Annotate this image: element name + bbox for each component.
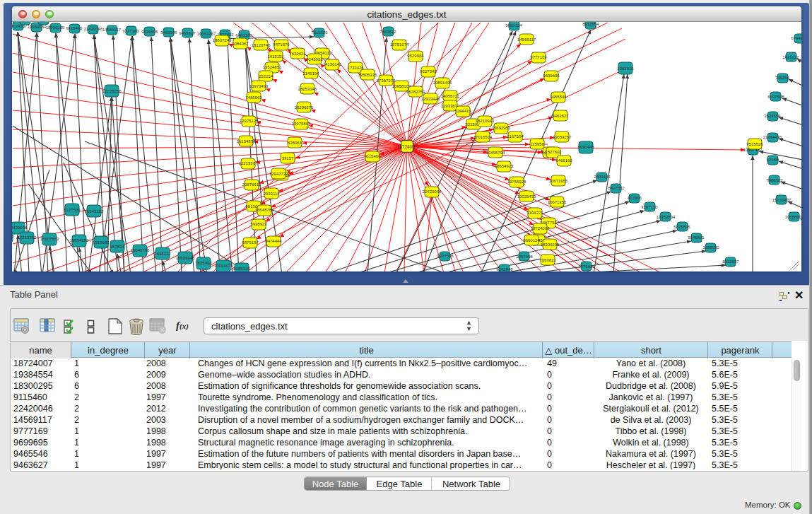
svg-text:9463627: 9463627	[179, 31, 196, 35]
svg-text:435061: 435061	[288, 141, 302, 145]
svg-text:1145194: 1145194	[303, 71, 320, 76]
svg-text:1527602: 1527602	[545, 150, 562, 154]
svg-text:1621022: 1621022	[782, 55, 799, 59]
svg-text:13524851: 13524851	[263, 65, 282, 69]
svg-text:9463627: 9463627	[552, 114, 569, 118]
svg-text:12942737: 12942737	[269, 172, 288, 176]
svg-text:7485063: 7485063	[245, 95, 262, 100]
svg-text:18300295: 18300295	[46, 25, 65, 30]
svg-text:7625402: 7625402	[195, 261, 212, 265]
svg-text:6466160: 6466160	[235, 33, 252, 37]
svg-text:3375685: 3375685	[578, 264, 595, 269]
svg-text:16648784: 16648784	[255, 208, 274, 212]
svg-text:9242848: 9242848	[496, 267, 513, 271]
svg-text:5938923: 5938923	[250, 222, 267, 226]
svg-text:18724007: 18724007	[397, 144, 418, 149]
svg-text:417006: 417006	[628, 196, 642, 200]
svg-text:13226058: 13226058	[102, 89, 122, 93]
svg-text:8186328: 8186328	[233, 267, 250, 271]
svg-text:16107553: 16107553	[40, 237, 59, 241]
svg-text:10973493: 10973493	[249, 84, 269, 88]
svg-text:6879197: 6879197	[242, 240, 259, 245]
svg-text:15751074: 15751074	[390, 42, 409, 47]
svg-text:7986322: 7986322	[766, 178, 783, 182]
svg-text:1588520: 1588520	[702, 245, 719, 250]
svg-text:17016504: 17016504	[473, 135, 493, 139]
svg-text:5875685: 5875685	[673, 225, 690, 229]
svg-text:22420046: 22420046	[84, 27, 103, 31]
svg-text:1167534: 1167534	[507, 134, 524, 139]
svg-text:16120746: 16120746	[252, 43, 271, 47]
svg-text:2803144: 2803144	[594, 175, 611, 179]
svg-text:19654952: 19654952	[70, 238, 89, 243]
svg-text:8990448: 8990448	[577, 145, 594, 149]
svg-text:19756928: 19756928	[507, 180, 526, 184]
svg-text:115958: 115958	[530, 142, 544, 146]
svg-text:9227343: 9227343	[420, 69, 437, 74]
svg-text:2933114: 2933114	[264, 192, 281, 196]
svg-text:957834: 957834	[110, 245, 125, 249]
svg-text:1615152: 1615152	[267, 54, 284, 59]
svg-text:12213362: 12213362	[18, 235, 37, 240]
svg-text:13353594: 13353594	[657, 215, 676, 219]
svg-text:14055721: 14055721	[441, 94, 460, 98]
svg-text:28053346: 28053346	[298, 87, 317, 91]
svg-text:10671955: 10671955	[549, 179, 568, 183]
svg-text:10958107: 10958107	[392, 84, 411, 88]
svg-text:14136141: 14136141	[323, 62, 342, 66]
svg-text:10688609: 10688609	[785, 215, 801, 219]
svg-text:20891406: 20891406	[433, 81, 452, 85]
svg-text:6497568: 6497568	[767, 95, 784, 99]
svg-text:17357273: 17357273	[377, 78, 396, 83]
svg-text:6794028: 6794028	[791, 36, 801, 40]
svg-text:12923446: 12923446	[421, 97, 440, 101]
svg-text:13495794: 13495794	[486, 151, 505, 155]
svg-text:14569117: 14569117	[102, 28, 122, 32]
svg-text:22420046: 22420046	[423, 189, 442, 194]
svg-text:23420046: 23420046	[12, 226, 28, 230]
svg-text:18724007: 18724007	[531, 226, 550, 230]
svg-text:19384554: 19384554	[28, 25, 47, 29]
svg-text:7515526: 7515526	[746, 142, 763, 146]
svg-text:12213367: 12213367	[239, 161, 258, 165]
svg-text:7632621: 7632621	[289, 52, 306, 56]
svg-text:16046798: 16046798	[131, 248, 150, 252]
svg-text:5127509: 5127509	[64, 208, 81, 212]
svg-text:9474444: 9474444	[265, 239, 282, 243]
svg-text:3267130: 3267130	[641, 205, 658, 209]
svg-text:12975125: 12975125	[240, 119, 259, 123]
svg-text:1104371: 1104371	[527, 211, 544, 215]
svg-text:2367608: 2367608	[516, 255, 533, 259]
svg-text:18807249: 18807249	[213, 38, 232, 42]
svg-text:16914479: 16914479	[214, 264, 233, 268]
svg-text:9699695: 9699695	[141, 30, 158, 34]
svg-text:10671955: 10671955	[16, 22, 35, 23]
svg-text:9084067: 9084067	[232, 42, 249, 46]
svg-text:9245052: 9245052	[306, 57, 323, 62]
svg-text:8427552: 8427552	[608, 186, 625, 190]
svg-text:10543382: 10543382	[85, 209, 104, 214]
svg-text:10653267: 10653267	[553, 135, 572, 139]
svg-text:8912954: 8912954	[582, 22, 599, 26]
svg-text:9146821: 9146821	[688, 235, 705, 240]
svg-text:1916682: 1916682	[93, 240, 110, 245]
svg-text:1244419: 1244419	[454, 109, 471, 113]
svg-text:15609948: 15609948	[176, 256, 195, 260]
svg-text:14569117: 14569117	[517, 37, 536, 42]
svg-text:18300295: 18300295	[541, 243, 560, 247]
svg-text:7663822: 7663822	[539, 258, 556, 262]
svg-text:10025433: 10025433	[517, 194, 536, 199]
svg-text:9465546: 9465546	[550, 95, 567, 99]
svg-text:12505315: 12505315	[358, 73, 377, 77]
svg-text:13654923: 13654923	[495, 164, 514, 168]
svg-text:10653267: 10653267	[197, 32, 216, 36]
svg-text:9660124: 9660124	[523, 238, 540, 243]
svg-text:26206576: 26206576	[295, 105, 314, 110]
svg-text:9115460: 9115460	[66, 26, 83, 30]
svg-text:9529966: 9529966	[407, 54, 424, 58]
svg-text:20876612: 20876612	[242, 182, 261, 187]
svg-text:21364436: 21364436	[763, 135, 782, 139]
svg-text:252254: 252254	[259, 74, 273, 78]
svg-text:9465546: 9465546	[160, 30, 177, 35]
svg-text:16782759: 16782759	[406, 90, 425, 94]
